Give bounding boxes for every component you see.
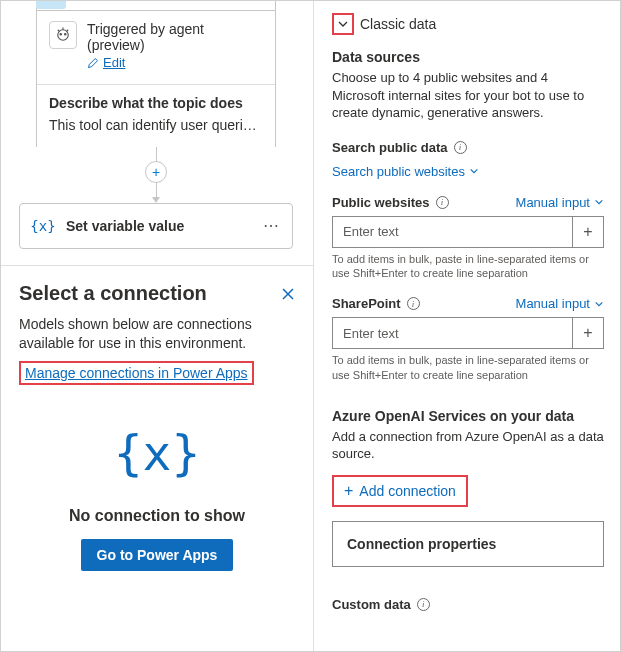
close-icon[interactable]: [281, 287, 295, 301]
edit-link-label: Edit: [103, 55, 125, 70]
set-variable-node[interactable]: {x} Set variable value ⋯: [19, 203, 293, 249]
search-public-websites-link[interactable]: Search public websites: [332, 164, 479, 179]
select-connection-panel: Select a connection Models shown below a…: [1, 265, 313, 652]
add-item-button[interactable]: +: [572, 317, 604, 349]
custom-data-heading: Custom data: [332, 597, 411, 612]
set-variable-label: Set variable value: [66, 218, 259, 234]
trigger-title: Triggered by agent (preview): [87, 21, 263, 53]
select-connection-subtitle: Models shown below are connections avail…: [19, 315, 295, 353]
svg-point-0: [58, 30, 69, 41]
manual-input-label: Manual input: [516, 195, 590, 210]
trigger-node[interactable]: Triggered by agent (preview) Edit Descri…: [36, 1, 276, 147]
public-websites-input[interactable]: [332, 216, 572, 248]
more-icon[interactable]: ⋯: [259, 216, 284, 235]
chevron-down-icon[interactable]: [337, 18, 349, 30]
describe-text: This tool can identify user queries that…: [49, 117, 263, 133]
manual-input-dropdown[interactable]: Manual input: [516, 296, 604, 311]
sharepoint-heading: SharePoint: [332, 296, 401, 311]
info-icon[interactable]: i: [417, 598, 430, 611]
select-connection-title: Select a connection: [19, 282, 207, 305]
variable-icon: {x}: [32, 215, 54, 237]
info-icon[interactable]: i: [407, 297, 420, 310]
svg-point-1: [60, 34, 62, 36]
plus-icon: +: [344, 483, 353, 499]
manual-input-label: Manual input: [516, 296, 590, 311]
data-sources-heading: Data sources: [332, 49, 604, 65]
add-connection-label: Add connection: [359, 483, 456, 499]
search-public-websites-label: Search public websites: [332, 164, 465, 179]
chevron-down-icon: [469, 166, 479, 176]
describe-label: Describe what the topic does: [49, 95, 263, 111]
azure-openai-heading: Azure OpenAI Services on your data: [332, 408, 604, 424]
chevron-down-icon: [594, 197, 604, 207]
azure-openai-desc: Add a connection from Azure OpenAI as a …: [332, 428, 604, 463]
classic-data-title: Classic data: [360, 16, 436, 32]
edit-button[interactable]: Edit: [87, 55, 125, 70]
empty-state-text: No connection to show: [69, 507, 245, 525]
chevron-down-icon: [594, 299, 604, 309]
add-item-button[interactable]: +: [572, 216, 604, 248]
connector: +: [36, 147, 276, 203]
arrow-down-icon: [152, 197, 160, 203]
manual-input-dropdown[interactable]: Manual input: [516, 195, 604, 210]
connection-properties[interactable]: Connection properties: [332, 521, 604, 567]
variable-icon: {x}: [114, 425, 201, 481]
public-websites-heading: Public websites: [332, 195, 430, 210]
pencil-icon: [87, 57, 99, 69]
bulk-hint: To add items in bulk, paste in line-sepa…: [332, 252, 604, 281]
data-sources-desc: Choose up to 4 public websites and 4 Mic…: [332, 69, 604, 122]
info-icon[interactable]: i: [436, 196, 449, 209]
sharepoint-input[interactable]: [332, 317, 572, 349]
chevron-down-icon: [36, 0, 66, 9]
search-public-data-heading: Search public data: [332, 140, 448, 155]
bulk-hint: To add items in bulk, paste in line-sepa…: [332, 353, 604, 382]
go-to-power-apps-button[interactable]: Go to Power Apps: [81, 539, 234, 571]
classic-data-chevron-highlight: [332, 13, 354, 35]
svg-point-2: [65, 34, 67, 36]
info-icon[interactable]: i: [454, 141, 467, 154]
agent-icon: [49, 21, 77, 49]
manage-connections-highlight: Manage connections in Power Apps: [19, 361, 254, 385]
add-node-button[interactable]: +: [145, 161, 167, 183]
manage-connections-link[interactable]: Manage connections in Power Apps: [25, 365, 248, 381]
add-connection-button[interactable]: + Add connection: [332, 475, 468, 507]
